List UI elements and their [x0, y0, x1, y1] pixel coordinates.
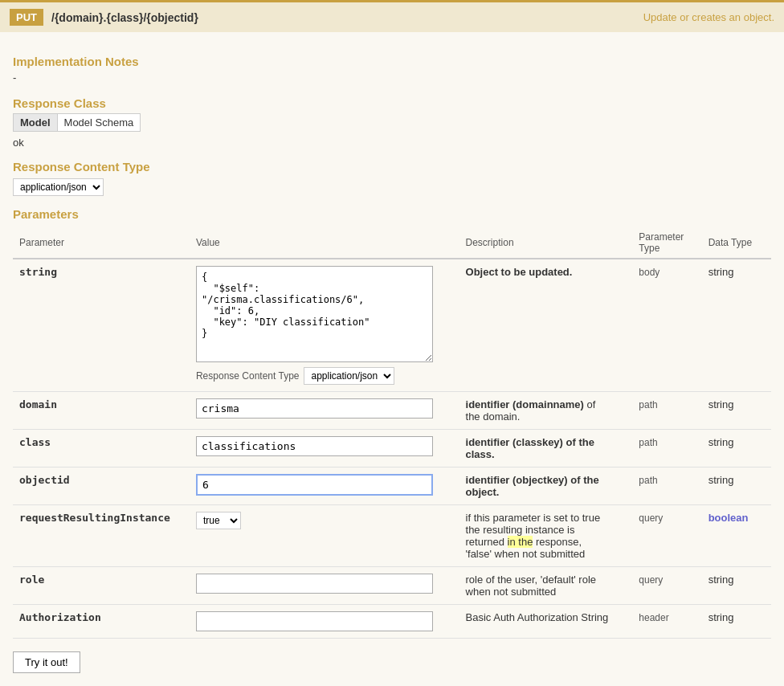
- data-type-string: string: [708, 266, 734, 278]
- param-desc-request-resulting: if this parameter is set to true the res…: [466, 512, 610, 560]
- domain-input[interactable]: [196, 398, 433, 419]
- param-desc-class: identifier (classkey) of the class.: [466, 436, 610, 460]
- param-name-role: role: [19, 574, 44, 586]
- table-row: domain identifier (domainname) of the do…: [13, 392, 771, 430]
- col-header-description: Description: [459, 227, 633, 259]
- param-desc-objectid: identifier (objectkey) of the object.: [466, 474, 610, 498]
- response-content-type-select[interactable]: application/json: [13, 178, 104, 196]
- class-input[interactable]: [196, 436, 433, 456]
- table-row: role role of the user, 'default' role wh…: [13, 567, 771, 605]
- model-tab[interactable]: Model: [13, 113, 57, 132]
- param-desc-authorization: Basic Auth Authorization String: [466, 611, 610, 623]
- table-row: objectid identifier (objectkey) of the o…: [13, 468, 771, 505]
- param-type-authorization: header: [639, 612, 668, 623]
- param-type-string: body: [639, 267, 659, 278]
- implementation-notes-title: Implementation Notes: [13, 55, 771, 68]
- table-row: Authorization Basic Auth Authorization S…: [13, 605, 771, 639]
- data-type-role: string: [708, 574, 734, 586]
- string-textarea[interactable]: { "$self": "/crisma.classifications/6", …: [196, 266, 433, 362]
- table-row: class identifier (classkey) of the class…: [13, 430, 771, 468]
- inline-content-type-label: Response Content Type: [196, 370, 300, 382]
- param-type-domain: path: [639, 399, 657, 410]
- table-header-row: Parameter Value Description Parameter Ty…: [13, 227, 771, 259]
- request-resulting-select[interactable]: true false: [196, 512, 241, 529]
- data-type-authorization: string: [708, 611, 734, 623]
- parameters-section: Parameters Parameter Value Description P…: [13, 207, 771, 639]
- table-row: requestResultingInstance true false if t…: [13, 505, 771, 567]
- model-schema-tab[interactable]: Model Schema: [57, 113, 141, 132]
- endpoint-description: Update or creates an object.: [643, 11, 774, 23]
- objectid-input[interactable]: [196, 474, 433, 496]
- response-class-title: Response Class: [13, 96, 771, 110]
- response-content-type-section: Response Content Type application/json: [13, 160, 771, 196]
- col-header-parameter: Parameter: [13, 227, 190, 259]
- inline-content-type-select[interactable]: application/json: [304, 367, 394, 385]
- table-row: string { "$self": "/crisma.classificatio…: [13, 259, 771, 392]
- data-type-objectid: string: [708, 474, 734, 486]
- col-header-param-type: Parameter Type: [632, 227, 701, 259]
- http-method-badge: PUT: [10, 9, 43, 26]
- col-header-value: Value: [190, 227, 459, 259]
- param-desc-role: role of the user, 'default' role when no…: [466, 574, 610, 598]
- data-type-class: string: [708, 436, 734, 448]
- model-tabs: Model Model Schema: [13, 113, 771, 132]
- data-type-domain: string: [708, 398, 734, 410]
- parameters-title: Parameters: [13, 207, 771, 221]
- string-value-cell: { "$self": "/crisma.classifications/6", …: [196, 266, 453, 385]
- param-name-objectid: objectid: [19, 474, 70, 486]
- response-content-type-title: Response Content Type: [13, 160, 771, 174]
- inline-content-type: Response Content Type application/json: [196, 367, 453, 385]
- main-content: Implementation Notes - Response Class Mo…: [0, 32, 784, 686]
- param-desc-domain: identifier (domainname) of the domain.: [466, 398, 610, 423]
- param-name-request-resulting: requestResultingInstance: [19, 512, 170, 524]
- param-type-role: query: [639, 574, 663, 586]
- param-name-class: class: [19, 436, 51, 448]
- parameters-table: Parameter Value Description Parameter Ty…: [13, 227, 771, 639]
- role-input[interactable]: [196, 574, 433, 594]
- param-type-objectid: path: [639, 475, 657, 486]
- response-value: ok: [13, 137, 771, 149]
- try-it-out-button[interactable]: Try it out!: [13, 651, 80, 673]
- param-name-domain: domain: [19, 398, 57, 410]
- col-header-data-type: Data Type: [702, 227, 771, 259]
- put-header: PUT /{domain}.{class}/{objectid} Update …: [0, 0, 784, 32]
- data-type-request-resulting: boolean: [708, 512, 749, 524]
- endpoint-path: /{domain}.{class}/{objectid}: [51, 11, 198, 24]
- param-name-authorization: Authorization: [19, 611, 101, 623]
- param-type-class: path: [639, 437, 657, 448]
- authorization-input[interactable]: [196, 611, 433, 631]
- param-desc-string: Object to be updated.: [466, 266, 610, 278]
- param-name-string: string: [19, 266, 57, 278]
- implementation-notes-content: -: [13, 71, 771, 84]
- param-type-request-resulting: query: [639, 512, 663, 524]
